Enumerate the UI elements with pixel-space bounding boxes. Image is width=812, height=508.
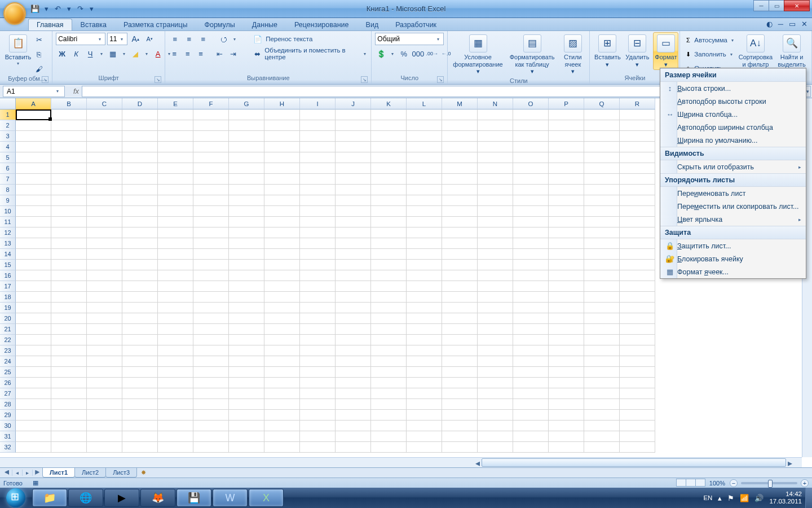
cell[interactable] xyxy=(158,442,193,453)
grow-font[interactable]: A▴ xyxy=(129,33,142,45)
cell[interactable] xyxy=(371,260,407,270)
cell[interactable] xyxy=(584,388,620,399)
row-26[interactable]: 26 xyxy=(0,378,16,388)
cell[interactable] xyxy=(478,120,513,131)
cell[interactable] xyxy=(620,270,655,281)
cell[interactable] xyxy=(122,367,158,378)
cell[interactable] xyxy=(16,303,51,313)
tray-lang[interactable]: EN xyxy=(703,494,712,501)
cell[interactable] xyxy=(513,292,549,303)
merge-center[interactable]: Объединить и поместить в центре xyxy=(264,47,360,60)
cell[interactable] xyxy=(51,110,87,120)
cell[interactable] xyxy=(264,442,300,453)
cell[interactable] xyxy=(407,120,442,131)
cell[interactable] xyxy=(300,356,336,367)
cell[interactable] xyxy=(158,410,193,421)
cell[interactable] xyxy=(620,142,655,152)
cell[interactable] xyxy=(51,163,87,174)
cell[interactable] xyxy=(549,303,584,313)
cell[interactable] xyxy=(513,442,549,453)
cell[interactable] xyxy=(87,110,122,120)
cell[interactable] xyxy=(407,378,442,388)
cell[interactable] xyxy=(549,110,584,120)
row-21[interactable]: 21 xyxy=(0,324,16,335)
cell[interactable] xyxy=(513,260,549,270)
cell[interactable] xyxy=(122,356,158,367)
select-all-corner[interactable] xyxy=(0,98,16,110)
cell[interactable] xyxy=(549,195,584,206)
cell[interactable] xyxy=(620,185,655,195)
cell[interactable] xyxy=(549,292,584,303)
cell[interactable] xyxy=(158,217,193,227)
cell[interactable] xyxy=(584,431,620,442)
office-button[interactable] xyxy=(3,2,26,25)
cell[interactable] xyxy=(549,120,584,131)
shrink-font[interactable]: A▾ xyxy=(143,33,156,45)
cell[interactable] xyxy=(51,185,87,195)
cell[interactable] xyxy=(620,227,655,238)
cell[interactable] xyxy=(193,174,229,185)
cell[interactable] xyxy=(336,120,371,131)
cell[interactable] xyxy=(407,313,442,324)
cell[interactable] xyxy=(513,431,549,442)
cell[interactable] xyxy=(336,249,371,260)
cell[interactable] xyxy=(16,249,51,260)
cell[interactable] xyxy=(442,324,478,335)
cell[interactable] xyxy=(513,206,549,217)
cell[interactable] xyxy=(158,152,193,163)
acct-more[interactable]: ▾ xyxy=(389,51,396,56)
cell[interactable] xyxy=(264,378,300,388)
cell[interactable] xyxy=(229,345,264,356)
cell[interactable] xyxy=(549,260,584,270)
cell[interactable] xyxy=(513,174,549,185)
row-3[interactable]: 3 xyxy=(0,131,16,142)
cell[interactable] xyxy=(584,313,620,324)
cell[interactable] xyxy=(371,249,407,260)
cell[interactable] xyxy=(300,110,336,120)
row-headers[interactable]: 1234567891011121314151617181920212223242… xyxy=(0,110,16,467)
cell[interactable] xyxy=(336,292,371,303)
col-D[interactable]: D xyxy=(122,98,158,110)
cell[interactable] xyxy=(264,324,300,335)
minimize-button[interactable]: ─ xyxy=(753,0,769,11)
cell[interactable] xyxy=(336,442,371,453)
cell[interactable] xyxy=(478,421,513,431)
cell[interactable] xyxy=(300,249,336,260)
cell[interactable] xyxy=(300,163,336,174)
cell[interactable] xyxy=(336,270,371,281)
number-format[interactable]: Общий▾ xyxy=(375,33,444,45)
cell[interactable] xyxy=(229,152,264,163)
cell[interactable] xyxy=(87,431,122,442)
col-C[interactable]: C xyxy=(87,98,122,110)
row-28[interactable]: 28 xyxy=(0,399,16,410)
tab-data[interactable]: Данные xyxy=(244,19,286,30)
cell[interactable] xyxy=(442,335,478,345)
cell[interactable] xyxy=(193,313,229,324)
new-sheet[interactable]: ✸ xyxy=(137,469,149,476)
cell[interactable] xyxy=(193,410,229,421)
cell[interactable] xyxy=(478,292,513,303)
cell[interactable] xyxy=(442,249,478,260)
qat-redo[interactable]: ↷ xyxy=(76,5,85,14)
col-E[interactable]: E xyxy=(158,98,193,110)
cell[interactable] xyxy=(122,421,158,431)
cell[interactable] xyxy=(87,249,122,260)
row-24[interactable]: 24 xyxy=(0,356,16,367)
sheet-tab-3[interactable]: Лист3 xyxy=(105,468,137,478)
cell[interactable] xyxy=(442,152,478,163)
cell[interactable] xyxy=(549,142,584,152)
cell[interactable] xyxy=(193,345,229,356)
cell[interactable] xyxy=(549,378,584,388)
cell[interactable] xyxy=(264,238,300,249)
cell[interactable] xyxy=(620,367,655,378)
row-7[interactable]: 7 xyxy=(0,174,16,185)
align-center[interactable]: ≡ xyxy=(182,47,193,60)
cell[interactable] xyxy=(229,410,264,421)
cell[interactable] xyxy=(478,249,513,260)
cell[interactable] xyxy=(158,281,193,292)
tab-review[interactable]: Рецензирование xyxy=(286,19,358,30)
cell[interactable] xyxy=(549,270,584,281)
cell[interactable] xyxy=(371,388,407,399)
font-size[interactable]: 11▾ xyxy=(107,33,127,45)
cell[interactable] xyxy=(158,142,193,152)
